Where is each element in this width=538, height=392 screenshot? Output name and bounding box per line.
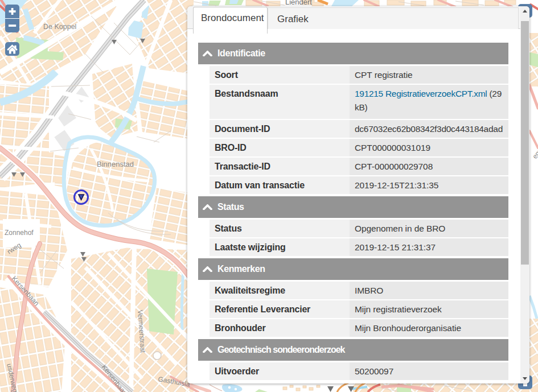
svg-text:Liendert: Liendert xyxy=(285,0,312,6)
svg-text:Zonnehof: Zonnehof xyxy=(5,229,34,237)
svg-text:De Koppel: De Koppel xyxy=(43,23,76,31)
svg-text:Binnenstad: Binnenstad xyxy=(97,160,134,168)
